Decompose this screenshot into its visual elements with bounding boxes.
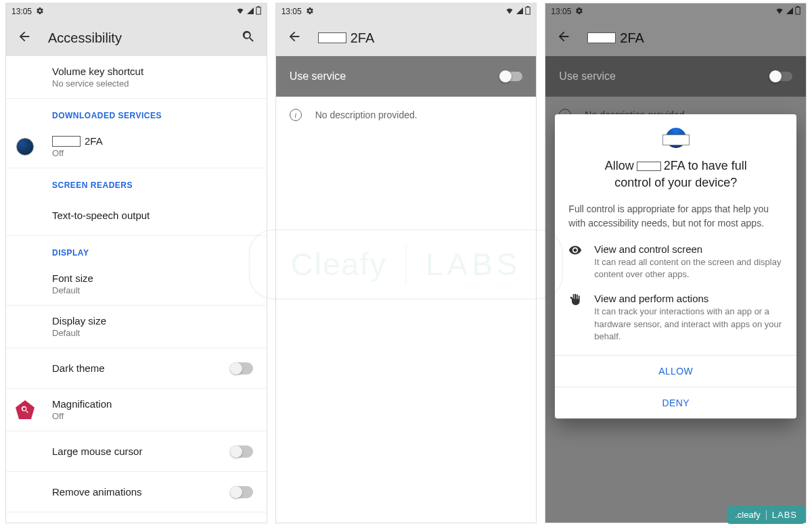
section-display: DISPLAY bbox=[6, 236, 267, 263]
back-icon[interactable] bbox=[287, 29, 302, 47]
redacted-text bbox=[662, 135, 690, 145]
app-bar: Accessibility bbox=[6, 20, 267, 56]
toggle-switch[interactable] bbox=[230, 486, 253, 498]
setting-title: Font size bbox=[52, 272, 253, 284]
back-icon[interactable] bbox=[17, 29, 32, 47]
permission-dialog: Allow 2FA to have full control of your d… bbox=[555, 114, 796, 418]
no-description-row: i No description provided. bbox=[276, 97, 537, 133]
setting-title: Text-to-speech output bbox=[52, 210, 253, 221]
section-screen-readers: SCREEN READERS bbox=[6, 168, 267, 195]
dialog-title: Allow 2FA to have full control of your d… bbox=[568, 158, 783, 191]
permission-title: View and control screen bbox=[594, 243, 783, 255]
app-icon bbox=[16, 137, 35, 156]
toggle-switch[interactable] bbox=[769, 72, 792, 81]
setting-large-cursor[interactable]: Large mouse cursor bbox=[6, 431, 267, 472]
use-service-banner: Use service bbox=[545, 56, 806, 97]
eye-icon bbox=[568, 243, 583, 281]
toggle-switch[interactable] bbox=[230, 446, 253, 458]
screen-permission-dialog: 13:05 2FA Use service i No description bbox=[545, 3, 807, 523]
setting-title: Display size bbox=[52, 315, 253, 327]
app-bar: 2FA bbox=[276, 20, 537, 56]
dialog-body: Full control is appropriate for apps tha… bbox=[568, 202, 783, 230]
setting-volume-shortcut[interactable]: Volume key shortcut No service selected bbox=[6, 56, 267, 99]
screen-accessibility: 13:05 Accessibility Volume key short bbox=[5, 3, 267, 523]
allow-button[interactable]: ALLOW bbox=[555, 355, 796, 387]
redacted-text bbox=[52, 136, 81, 147]
toggle-switch[interactable] bbox=[499, 72, 522, 81]
redacted-text bbox=[318, 32, 346, 43]
setting-dark-theme[interactable]: Dark theme bbox=[6, 348, 267, 389]
section-downloaded-services: DOWNLOADED SERVICES bbox=[6, 99, 267, 126]
wifi-icon bbox=[505, 7, 514, 17]
status-bar: 13:05 bbox=[6, 3, 267, 20]
toggle-switch[interactable] bbox=[230, 362, 253, 375]
use-service-label: Use service bbox=[290, 70, 346, 82]
svg-rect-1 bbox=[257, 6, 259, 7]
setting-sub: Default bbox=[52, 285, 253, 295]
permission-title: View and perform actions bbox=[594, 293, 783, 304]
app-bar: 2FA bbox=[545, 20, 806, 56]
info-icon: i bbox=[290, 109, 302, 121]
wifi-icon bbox=[775, 7, 784, 17]
cleafy-labs-badge: .cleafy LABS bbox=[727, 506, 805, 524]
setting-title: 2FA bbox=[85, 135, 103, 147]
redacted-text bbox=[637, 162, 661, 171]
permission-desc: It can read all content on the screen an… bbox=[594, 256, 783, 281]
status-time: 13:05 bbox=[551, 7, 571, 16]
svg-rect-4 bbox=[796, 7, 800, 14]
setting-title: Volume key shortcut bbox=[52, 66, 253, 77]
svg-rect-0 bbox=[256, 7, 260, 14]
permission-perform-actions: View and perform actions It can track yo… bbox=[568, 293, 783, 343]
setting-magnification[interactable]: Magnification Off bbox=[6, 389, 267, 431]
wifi-icon bbox=[235, 7, 245, 17]
page-title: 2FA bbox=[587, 30, 795, 46]
setting-2fa-service[interactable]: 2FA Off bbox=[6, 126, 267, 168]
battery-icon bbox=[256, 6, 261, 17]
svg-rect-2 bbox=[526, 7, 530, 14]
setting-title: Magnification bbox=[52, 398, 253, 410]
magnification-icon bbox=[16, 400, 35, 419]
setting-sub: No service selected bbox=[52, 78, 253, 89]
setting-title: Dark theme bbox=[52, 362, 105, 374]
setting-display-size[interactable]: Display size Default bbox=[6, 306, 267, 348]
setting-sub: Off bbox=[52, 411, 253, 421]
setting-title: Remove animations bbox=[52, 486, 142, 498]
back-icon[interactable] bbox=[556, 29, 571, 47]
use-service-banner: Use service bbox=[276, 56, 537, 97]
hand-icon bbox=[568, 293, 583, 343]
no-description-text: No description provided. bbox=[315, 110, 418, 120]
setting-tts[interactable]: Text-to-speech output bbox=[6, 195, 267, 236]
page-title: Accessibility bbox=[48, 30, 225, 46]
gear-icon bbox=[575, 7, 583, 17]
gear-icon bbox=[36, 7, 44, 17]
setting-font-size[interactable]: Font size Default bbox=[6, 263, 267, 306]
redacted-text bbox=[587, 32, 616, 43]
search-icon[interactable] bbox=[241, 29, 256, 47]
setting-sub: Off bbox=[52, 148, 253, 158]
battery-icon bbox=[795, 6, 800, 17]
permission-desc: It can track your interactions with an a… bbox=[594, 306, 783, 343]
signal-icon bbox=[786, 7, 794, 17]
page-title: 2FA bbox=[318, 30, 526, 46]
gear-icon bbox=[306, 7, 314, 17]
status-bar: 13:05 bbox=[276, 3, 537, 20]
deny-button[interactable]: DENY bbox=[555, 387, 796, 418]
screen-service-detail: 13:05 2FA Use service i No description bbox=[275, 3, 537, 523]
signal-icon bbox=[516, 7, 524, 17]
dialog-app-icon bbox=[568, 128, 783, 148]
svg-rect-3 bbox=[527, 6, 529, 7]
setting-remove-animations[interactable]: Remove animations bbox=[6, 472, 267, 512]
use-service-label: Use service bbox=[559, 70, 616, 82]
status-time: 13:05 bbox=[281, 7, 302, 16]
svg-rect-5 bbox=[796, 6, 798, 7]
status-time: 13:05 bbox=[12, 7, 32, 16]
signal-icon bbox=[246, 7, 254, 17]
battery-icon bbox=[525, 6, 531, 17]
setting-sub: Default bbox=[52, 328, 253, 338]
setting-title: Large mouse cursor bbox=[52, 446, 142, 457]
permission-view-screen: View and control screen It can read all … bbox=[568, 243, 783, 281]
status-bar: 13:05 bbox=[545, 3, 806, 20]
